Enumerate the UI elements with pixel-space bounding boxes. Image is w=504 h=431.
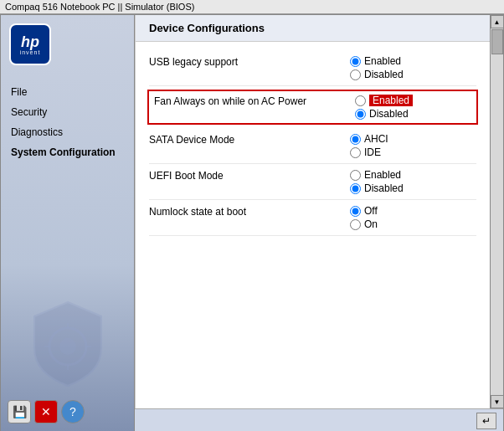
uefi-enabled-radio[interactable] [350,170,361,181]
right-scrollbar: ▲ ▼ [490,15,503,408]
scroll-thumb[interactable] [491,29,503,54]
numlock-on-label: On [364,218,378,230]
help-button[interactable]: ? [61,400,85,423]
sidebar-item-security[interactable]: Security [1,102,134,122]
usb-disabled-radio[interactable] [350,69,361,80]
numlock-on-radio[interactable] [350,219,361,230]
hp-logo: hp invent [9,23,51,65]
sata-ide-radio[interactable] [350,147,361,158]
content-body: USB legacy support Enabled Disabled [136,42,490,408]
sidebar: hp invent File Security Diagnostics Syst… [1,15,135,431]
usb-legacy-options: Enabled Disabled [350,55,404,80]
row-usb-legacy-support: USB legacy support Enabled Disabled [149,50,476,86]
fan-label: Fan Always on while on AC Power [154,95,355,107]
window-title: Compaq 516 Notebook PC || Simulator (BIO… [5,2,194,12]
cancel-icon: ✕ [41,405,51,418]
sidebar-item-diagnostics[interactable]: Diagnostics [1,122,134,142]
numlock-label: Numlock state at boot [149,205,350,218]
sidebar-footer: 💾 ✕ ? [8,400,85,423]
fan-enabled-radio[interactable] [355,95,366,106]
hp-logo-subtitle: invent [20,49,41,55]
uefi-enabled-option[interactable]: Enabled [350,169,404,181]
numlock-off-radio[interactable] [350,206,361,217]
row-fan-always-on: Fan Always on while on AC Power Enabled … [147,90,478,125]
sata-ide-label: IDE [364,146,381,158]
main-window: hp invent File Security Diagnostics Syst… [0,14,504,431]
scroll-down-arrow[interactable]: ▼ [491,395,504,408]
content: Device Configurations USB legacy support… [135,15,490,408]
content-header: Device Configurations [136,15,490,42]
return-button[interactable]: ↵ [476,413,496,429]
help-icon: ? [69,405,76,418]
sidebar-logo-area: hp invent [1,15,134,74]
row-numlock-state: Numlock state at boot Off On [149,200,476,236]
usb-enabled-label: Enabled [364,55,401,67]
fan-disabled-label: Disabled [369,108,409,120]
cancel-button[interactable]: ✕ [34,400,58,423]
fan-enabled-option[interactable]: Enabled [355,95,413,106]
scroll-track [491,28,503,395]
scroll-up-arrow[interactable]: ▲ [491,15,504,28]
sata-ahci-radio[interactable] [350,134,361,145]
row-sata-device-mode: SATA Device Mode AHCI IDE [149,128,476,164]
usb-enabled-option[interactable]: Enabled [350,55,404,67]
usb-disabled-option[interactable]: Disabled [350,69,404,80]
uefi-disabled-radio[interactable] [350,183,361,194]
uefi-options: Enabled Disabled [350,169,404,194]
shield-watermark [26,298,110,382]
sata-ide-option[interactable]: IDE [350,146,388,158]
usb-disabled-label: Disabled [364,69,404,80]
return-icon: ↵ [482,415,491,427]
save-icon: 💾 [13,405,27,418]
sata-ahci-label: AHCI [364,133,388,145]
svg-point-1 [59,338,76,355]
hp-logo-text: hp [21,34,39,49]
sidebar-item-system-configuration[interactable]: System Configuration [1,142,134,162]
title-bar: Compaq 516 Notebook PC || Simulator (BIO… [0,0,504,14]
usb-legacy-label: USB legacy support [149,55,350,68]
uefi-disabled-option[interactable]: Disabled [350,182,404,194]
uefi-label: UEFI Boot Mode [149,169,350,182]
save-button[interactable]: 💾 [8,400,31,423]
sidebar-item-file[interactable]: File [1,82,134,102]
content-area: Device Configurations USB legacy support… [135,15,503,431]
numlock-off-label: Off [364,205,378,217]
fan-enabled-label: Enabled [369,95,413,106]
row-uefi-boot-mode: UEFI Boot Mode Enabled Disabled [149,164,476,200]
sidebar-nav: File Security Diagnostics System Configu… [1,82,134,162]
bottom-bar: ↵ [135,408,503,431]
content-with-scrollbar: Device Configurations USB legacy support… [135,15,503,408]
fan-options: Enabled Disabled [355,95,413,120]
sata-label: SATA Device Mode [149,133,350,146]
fan-disabled-option[interactable]: Disabled [355,108,413,120]
uefi-disabled-label: Disabled [364,182,404,194]
numlock-options: Off On [350,205,378,230]
fan-disabled-radio[interactable] [355,109,366,120]
numlock-off-option[interactable]: Off [350,205,378,217]
uefi-enabled-label: Enabled [364,169,401,181]
sata-ahci-option[interactable]: AHCI [350,133,388,145]
sata-options: AHCI IDE [350,133,388,158]
usb-enabled-radio[interactable] [350,56,361,67]
numlock-on-option[interactable]: On [350,218,378,230]
